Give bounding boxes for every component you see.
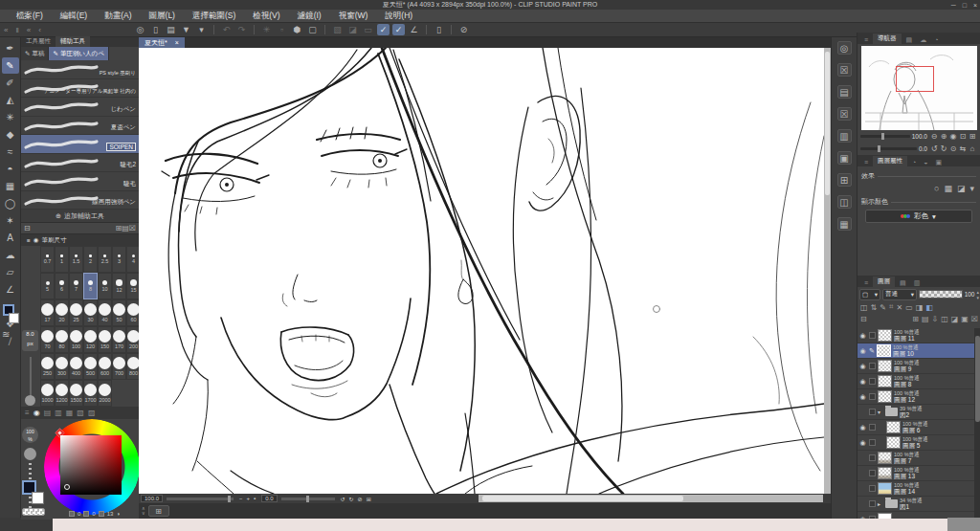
- brush-size-option[interactable]: 150: [98, 326, 112, 353]
- brush-size-option[interactable]: 2: [83, 246, 98, 273]
- brush-size-option[interactable]: 100: [69, 326, 83, 353]
- menu-動畫[interactable]: 動畫(A): [96, 11, 140, 22]
- layer-row[interactable]: ▸34 %普通図1: [858, 497, 974, 512]
- layer-panel-extra-tab[interactable]: ▤: [896, 278, 910, 287]
- layer-checkbox[interactable]: [869, 393, 876, 400]
- text-tool[interactable]: A: [2, 230, 19, 246]
- lasso-tool[interactable]: ◯: [2, 195, 19, 211]
- collapsed-panel-icon-5[interactable]: ▥: [837, 129, 852, 143]
- snap-special-ruler-icon[interactable]: ✓: [392, 24, 405, 35]
- color-panel-tab[interactable]: ▥: [55, 409, 62, 417]
- collapsed-panel-icon-4[interactable]: ☒: [837, 107, 852, 121]
- layer-panel-extra-tab[interactable]: ▥: [910, 278, 924, 287]
- color-history-icon[interactable]: ◑: [116, 511, 120, 517]
- zoom-slider[interactable]: [167, 498, 234, 500]
- lock-transparent-icon[interactable]: ✕: [896, 303, 902, 312]
- mask-icon[interactable]: ▭: [905, 303, 913, 312]
- duplicate-icon[interactable]: ▤: [122, 224, 129, 232]
- brush-size-option[interactable]: 5: [40, 273, 55, 299]
- layer-thumbnail[interactable]: [886, 436, 901, 449]
- brush-size-option[interactable]: 25: [69, 299, 83, 326]
- layer-row[interactable]: ◉✎100 %普通圖層 10: [858, 343, 974, 359]
- redo-icon[interactable]: ↷: [235, 24, 248, 35]
- help-icon[interactable]: ⊘: [457, 24, 470, 35]
- brush-size-option[interactable]: 17: [40, 299, 55, 326]
- layer-row[interactable]: ◉100 %普通圖層 5: [858, 435, 974, 451]
- brush-size-option[interactable]: 700: [112, 353, 126, 380]
- brush-item[interactable]: 線画用強弱ペン: [21, 191, 139, 210]
- layer-visible-eye-icon[interactable]: ◉: [858, 439, 867, 447]
- clip-studio-icon[interactable]: ◎: [134, 24, 146, 35]
- zoom-in-icon[interactable]: ⊕: [939, 132, 948, 141]
- layer-scroll-thumb[interactable]: [975, 336, 980, 422]
- rotate-left-icon[interactable]: ↺: [341, 497, 345, 502]
- zoom-fit-icon[interactable]: ▪: [254, 496, 256, 501]
- brush-tool[interactable]: ✐: [2, 75, 19, 91]
- rotate-left-icon[interactable]: ↺: [929, 144, 939, 153]
- brush-size-option[interactable]: 600: [98, 353, 112, 380]
- airbrush-tool[interactable]: ◭: [2, 92, 19, 108]
- layer-checkbox[interactable]: [869, 500, 876, 507]
- layer-list-scrollbar[interactable]: [974, 328, 980, 520]
- snap-grid-icon[interactable]: ∠: [408, 24, 420, 35]
- eraser-tool[interactable]: ◆: [2, 126, 19, 143]
- canvas-horizontal-scrollbar[interactable]: [479, 495, 823, 502]
- vertical-scroll-thumb[interactable]: [825, 52, 830, 195]
- quick-access-button[interactable]: ⊞: [148, 505, 169, 517]
- brush-size-option[interactable]: 80: [55, 326, 69, 353]
- rotate-slider-thumb[interactable]: [306, 496, 309, 502]
- chevron-down-icon[interactable]: ▾: [969, 184, 974, 193]
- navigator-extra-tab[interactable]: ◔: [930, 35, 942, 44]
- navigator-zoom-slider[interactable]: [860, 135, 910, 138]
- menu-檔案[interactable]: 檔案(F): [8, 11, 52, 22]
- footer-scroll-arrows[interactable]: ∧∨: [139, 506, 148, 516]
- deselect-icon[interactable]: ▫: [276, 24, 288, 35]
- color-panel-tab[interactable]: ≡: [25, 409, 30, 417]
- layer-checkbox[interactable]: [869, 363, 876, 369]
- lock-icon[interactable]: ⌗: [889, 302, 894, 312]
- brush-size-option[interactable]: 1200: [55, 380, 69, 407]
- palette-color-combo[interactable]: ▢▾: [859, 289, 880, 300]
- canvas-vertical-scrollbar[interactable]: [824, 48, 831, 494]
- layer-row[interactable]: ◉100 %普通圖層 8: [858, 374, 974, 389]
- canvas-viewport[interactable]: [139, 48, 824, 494]
- minimize-icon[interactable]: ─: [951, 2, 956, 9]
- collapsed-panel-icon-6[interactable]: ▣: [837, 151, 852, 165]
- brush-size-option[interactable]: 1500: [69, 380, 83, 407]
- zoom-slider-thumb[interactable]: [228, 496, 231, 502]
- tab-layers[interactable]: 圖層: [873, 277, 895, 287]
- brush-size-option[interactable]: 2000: [98, 380, 112, 407]
- layer-checkbox[interactable]: [869, 424, 876, 431]
- layer-visible-eye-icon[interactable]: ◉: [858, 363, 867, 370]
- ruler-icon[interactable]: ◨: [916, 303, 924, 312]
- undo-icon[interactable]: ↶: [220, 24, 233, 35]
- menu-檢視[interactable]: 檢視(V): [244, 11, 288, 22]
- brush-item[interactable]: 睫毛2: [21, 154, 139, 173]
- selection-border-icon[interactable]: ▭: [362, 24, 374, 35]
- draft-icon[interactable]: ✎: [880, 303, 886, 312]
- menu-編輯[interactable]: 編輯(E): [52, 11, 96, 22]
- display-color-dropdown[interactable]: 彩色 ▾: [865, 210, 972, 223]
- collapsed-panel-icon-9[interactable]: ▦: [837, 217, 852, 231]
- collapsed-panel-icon-7[interactable]: ⊞: [837, 173, 852, 187]
- selection-shrink-icon[interactable]: ◪: [346, 24, 359, 35]
- mask-create-icon[interactable]: ◪: [951, 315, 959, 323]
- zoom-in-icon[interactable]: +: [247, 496, 251, 501]
- navigator-extra-tab[interactable]: ▤: [902, 35, 917, 44]
- layer-opacity-slider[interactable]: [919, 290, 963, 299]
- layer-thumbnail[interactable]: [878, 360, 892, 372]
- layer-visible-eye-icon[interactable]: ◉: [858, 378, 867, 386]
- apply-mask-icon[interactable]: ▣: [961, 315, 969, 323]
- brush-item[interactable]: 夏盃ペン: [21, 117, 139, 136]
- brush-size-option[interactable]: 8: [83, 273, 98, 299]
- figure-tool[interactable]: ▱: [2, 264, 19, 280]
- menu-視窗[interactable]: 視窗(W): [330, 11, 377, 22]
- menu-icon[interactable]: ≡: [860, 278, 872, 287]
- layer-checkbox[interactable]: [869, 454, 876, 461]
- add-icon[interactable]: ⊞: [116, 224, 122, 232]
- window-controls[interactable]: ─□×: [951, 0, 977, 10]
- navigator-view-rect[interactable]: [896, 66, 934, 92]
- layer-thumbnail[interactable]: [878, 467, 892, 479]
- tab-sub-tool[interactable]: 輔助工具: [56, 36, 90, 47]
- new-layer-icon[interactable]: ⊞: [912, 315, 919, 323]
